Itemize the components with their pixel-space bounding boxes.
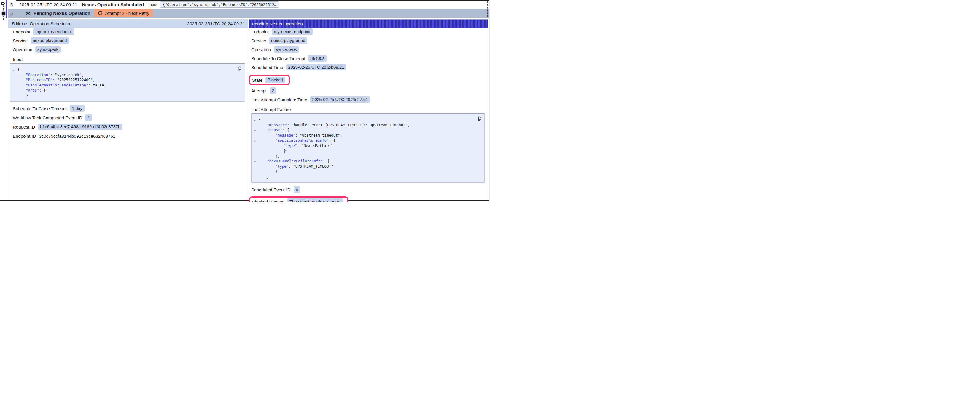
event-row-scheduled[interactable]: 5 2025-02-25 UTC 20:24:09.21 Nexus Opera… <box>0 1 489 9</box>
field-value-badge: my-nexus-endpoint <box>272 29 312 35</box>
field-value-badge: nexus-playground <box>269 37 307 44</box>
collapse-chevron-icon <box>254 154 259 159</box>
field-row: Schedule To Close Timeout 1 day <box>13 105 245 112</box>
code-line: "HandlerWaitForCancellation": false, <box>13 82 241 88</box>
field-label: Operation <box>251 47 271 52</box>
copy-button[interactable] <box>237 66 242 71</box>
state-field-row: State Blocked <box>252 77 285 83</box>
code-line: "type": "UPSTREAM_TIMEOUT" <box>254 164 481 169</box>
field-label: Last Attempt Complete Time <box>251 97 307 102</box>
scrollbar-track[interactable] <box>489 0 490 202</box>
event-id-link[interactable]: 5 <box>10 2 13 7</box>
field-value-badge: 2025-02-25 UTC 20:25:27.51 <box>310 96 370 103</box>
timeline-active-bar <box>6 0 7 18</box>
state-value-badge: Blocked <box>266 77 285 83</box>
collapse-chevron-icon <box>13 93 18 98</box>
collapse-chevron-icon <box>13 88 18 93</box>
field-label: Scheduled Time <box>251 65 283 70</box>
field-row: Service nexus-playground <box>13 37 245 44</box>
collapse-chevron-icon <box>254 174 259 179</box>
timeline-node-filled-icon <box>2 11 5 15</box>
field-row: Attempt 2 <box>251 87 485 94</box>
field-value-badge: sync-op-ok <box>35 46 60 53</box>
pending-panel-title: Pending Nexus Operation <box>252 21 303 26</box>
field-row: Schedule To Close Timeout 86400s <box>251 55 485 62</box>
endpoint-id-link[interactable]: 3c0c75ccfa8144b092c13ce632463761 <box>39 133 115 139</box>
code-line: } <box>254 148 481 154</box>
failure-section-label: Last Attempt Failure <box>251 107 485 112</box>
code-line: ⌄"applicationFailureInfo": { <box>254 138 481 143</box>
field-value-badge: 5 <box>294 186 300 193</box>
collapse-chevron-icon <box>254 143 259 148</box>
event-input-label: Input <box>148 2 157 7</box>
field-value-badge: 2025-02-25 UTC 20:24:09.21 <box>286 64 347 70</box>
code-line: } <box>254 174 481 179</box>
state-highlight-box: State Blocked <box>249 74 290 85</box>
collapse-chevron-icon[interactable]: ⌄ <box>254 127 259 133</box>
scheduled-panel-title: 5 Nexus Operation Scheduled <box>12 21 72 26</box>
field-row: Request ID b1c6a4bc-8ee7-468a-9169-df3b0… <box>13 124 245 130</box>
event-title: Nexus Operation Scheduled <box>82 2 144 7</box>
field-label: Blocked Reason <box>252 199 285 202</box>
right-edge-dashed-handle[interactable] <box>487 1 488 17</box>
collapse-chevron-icon <box>13 72 18 78</box>
field-row: Service nexus-playground <box>251 37 485 44</box>
field-row: Scheduled Time 2025-02-25 UTC 20:24:09.2… <box>251 64 485 70</box>
field-value-badge: sync-op-ok <box>274 46 299 53</box>
field-value-badge: my-nexus-endpoint <box>33 29 74 35</box>
code-line: ⌄"nexusHandlerFailureInfo": { <box>254 158 481 164</box>
retry-status-badge: Attempt 2 · Next Retry <box>94 9 153 17</box>
input-json-viewer: ⌄{"Operation": "sync-op-ok","BusinessID"… <box>10 63 245 101</box>
code-line: "message": "handler error (UPSTREAM_TIME… <box>254 122 481 128</box>
field-row: Endpoint ID 3c0c75ccfa8144b092c13ce63246… <box>13 133 245 139</box>
field-label: Schedule To Close Timeout <box>251 56 305 61</box>
collapse-chevron-icon <box>254 122 259 128</box>
code-line: "message": "upstream timeout", <box>254 133 481 138</box>
event-timestamp: 2025-02-25 UTC 20:24:09.21 <box>19 2 77 7</box>
code-line: "type": "NexusFailure" <box>254 143 481 148</box>
event-history-detail-view: 5 2025-02-25 UTC 20:24:09.21 Nexus Opera… <box>0 0 490 202</box>
field-row: Scheduled Event ID 5 <box>251 186 485 193</box>
collapse-chevron-icon[interactable]: ⌄ <box>254 117 259 122</box>
collapse-chevron-icon <box>254 133 259 138</box>
field-row: Endpoint my-nexus-endpoint <box>251 29 485 35</box>
collapse-chevron-icon[interactable]: ⌄ <box>13 67 18 72</box>
code-line: }, <box>254 154 481 159</box>
code-line: ⌄{ <box>13 67 241 72</box>
field-value-badge: 4 <box>86 114 92 121</box>
pending-asterisk-icon <box>26 11 30 16</box>
pending-operation-panel: Pending Nexus Operation Endpoint my-nexu… <box>248 19 488 200</box>
event-row-pending[interactable]: 5 Pending Nexus Operation Attempt 2 · Ne… <box>8 9 489 18</box>
field-value-badge: 1 day <box>70 105 84 112</box>
collapse-chevron-icon <box>254 148 259 154</box>
field-label: Attempt <box>251 88 267 93</box>
scheduled-panel-time: 2025-02-25 UTC 20:24:09.21 <box>187 21 245 26</box>
input-section-label: Input <box>13 57 245 62</box>
collapse-chevron-icon <box>13 77 18 82</box>
code-line: "BusinessID": "20250225122409", <box>13 77 241 82</box>
copy-button[interactable] <box>477 116 482 121</box>
field-row: Endpoint my-nexus-endpoint <box>13 29 245 35</box>
field-row: Workflow Task Completed Event ID 4 <box>13 114 245 121</box>
collapse-chevron-icon[interactable]: ⌄ <box>254 138 259 143</box>
field-label: Service <box>13 38 28 43</box>
field-label: Request ID <box>13 124 35 130</box>
collapse-chevron-icon <box>254 169 259 174</box>
field-label: Scheduled Event ID <box>251 187 291 192</box>
field-label: Endpoint <box>13 29 30 34</box>
code-line: } <box>254 169 481 174</box>
field-label: Operation <box>13 47 32 52</box>
collapse-chevron-icon[interactable]: ⌄ <box>254 158 259 164</box>
pending-panel-header: Pending Nexus Operation <box>249 19 488 28</box>
field-value-badge: 2 <box>270 87 276 94</box>
event-id-link[interactable]: 5 <box>10 11 13 16</box>
code-line: "Operation": "sync-op-ok", <box>13 72 241 78</box>
blocked-reason-field-row: Blocked Reason The circuit breaker is op… <box>252 198 344 202</box>
field-label: Schedule To Close Timeout <box>13 106 67 111</box>
event-title: Pending Nexus Operation <box>33 11 91 16</box>
event-input-preview-chip: {"Operation":"sync-op-ok","BusinessID":"… <box>160 2 279 8</box>
code-line: ⌄{ <box>254 117 481 122</box>
code-line: } <box>13 93 241 98</box>
blocked-reason-value-badge: The circuit breaker is open. <box>287 198 344 202</box>
field-row: Operation sync-op-ok <box>13 46 245 53</box>
